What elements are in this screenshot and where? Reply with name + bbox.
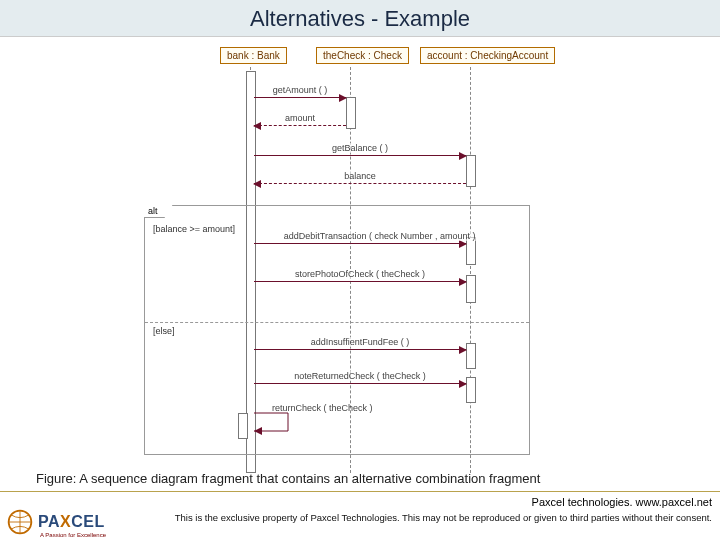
msg-get-balance: getBalance ( ) <box>254 155 466 156</box>
arrow-icon <box>459 380 467 388</box>
guard-if: [balance >= amount] <box>151 224 237 234</box>
brand-letter: CEL <box>71 513 105 530</box>
msg-add-debit: addDebitTransaction ( check Number , amo… <box>254 243 466 244</box>
msg-label: getAmount ( ) <box>271 85 330 95</box>
alt-divider <box>145 322 529 323</box>
brand-wordmark: PAXCEL <box>38 513 105 531</box>
arrow-icon <box>253 180 261 188</box>
msg-return-check <box>238 409 298 439</box>
slide-title: Alternatives - Example <box>0 0 720 37</box>
figure-caption: Figure: A sequence diagram fragment that… <box>36 471 540 486</box>
footer-line-2: This is the exclusive property of Paxcel… <box>175 512 712 523</box>
arrow-icon <box>459 152 467 160</box>
arrow-icon <box>339 94 347 102</box>
msg-insufficient-fee: addInsuffientFundFee ( ) <box>254 349 466 350</box>
brand-letter: A <box>48 513 60 530</box>
return-amount: amount <box>254 125 346 126</box>
lifeline-head-check: theCheck : Check <box>316 47 409 64</box>
msg-label: noteReturnedCheck ( theCheck ) <box>292 371 428 381</box>
globe-icon <box>6 508 34 536</box>
msg-label: balance <box>342 171 378 181</box>
guard-else: [else] <box>151 326 177 336</box>
brand-letter: P <box>38 513 48 530</box>
msg-label: amount <box>283 113 317 123</box>
return-balance: balance <box>254 183 466 184</box>
brand-logo: PAXCEL A Passion for Excellence <box>6 508 105 536</box>
activation-account-1 <box>466 155 476 187</box>
msg-label: getBalance ( ) <box>330 143 390 153</box>
footer: PAXCEL A Passion for Excellence Paxcel t… <box>0 491 720 540</box>
msg-get-amount: getAmount ( ) <box>254 97 346 98</box>
diagram-canvas: bank : Bank theCheck : Check account : C… <box>0 37 720 477</box>
msg-note-returned: noteReturnedCheck ( theCheck ) <box>254 383 466 384</box>
arrow-icon <box>459 240 467 248</box>
msg-label: storePhotoOfCheck ( theCheck ) <box>293 269 427 279</box>
arrow-icon <box>253 122 261 130</box>
arrow-icon <box>459 278 467 286</box>
lifeline-head-account: account : CheckingAccount <box>420 47 555 64</box>
msg-label: addDebitTransaction ( check Number , amo… <box>282 231 478 241</box>
msg-label: addInsuffientFundFee ( ) <box>309 337 411 347</box>
brand-tagline: A Passion for Excellence <box>40 532 106 538</box>
lifeline-head-bank: bank : Bank <box>220 47 287 64</box>
msg-label: returnCheck ( theCheck ) <box>272 403 373 413</box>
fragment-operator: alt <box>144 205 173 218</box>
footer-line-1: Paxcel technologies. www.paxcel.net <box>532 496 712 508</box>
brand-letter: X <box>60 513 71 530</box>
activation-check-1 <box>346 97 356 129</box>
arrow-icon <box>459 346 467 354</box>
msg-store-photo: storePhotoOfCheck ( theCheck ) <box>254 281 466 282</box>
